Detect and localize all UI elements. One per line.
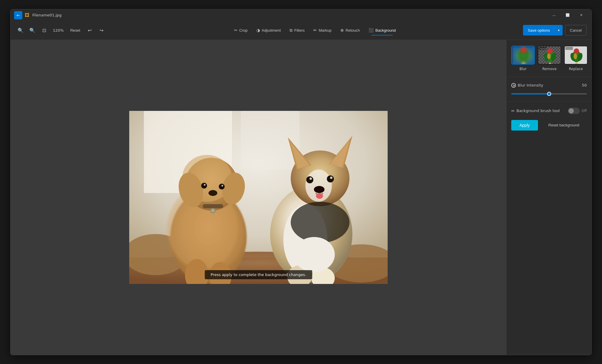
svg-point-44 <box>520 47 527 53</box>
svg-rect-2 <box>241 111 300 170</box>
svg-point-67 <box>574 53 577 59</box>
reset-button[interactable]: Reset <box>67 26 83 34</box>
blur-intensity-text: Blur Intensity <box>518 83 543 87</box>
brush-icon: ✏ <box>511 109 515 113</box>
background-icon: ⬛ <box>369 28 374 33</box>
svg-point-34 <box>310 177 312 180</box>
right-panel: Blur <box>506 40 591 355</box>
crop-icon: ✂ <box>234 28 238 33</box>
file-icon: 🖼 <box>25 13 30 18</box>
action-buttons: Apply Reset background <box>511 120 587 131</box>
dogs-svg <box>129 111 388 284</box>
svg-point-41 <box>294 237 335 272</box>
svg-point-14 <box>201 183 207 189</box>
blur-intensity-section: ◑ Blur Intensity 50 <box>511 83 587 96</box>
fit-button[interactable]: ⊡ <box>39 25 49 35</box>
blur-thumbnail <box>511 46 535 65</box>
slider-container <box>511 90 587 96</box>
apply-button[interactable]: Apply <box>511 120 538 131</box>
toolbar: 🔍 🔍 ⊡ 120% Reset ↩ ↪ ✂ Crop ◑ <box>11 21 591 40</box>
mode-card-remove[interactable]: Preview Remove <box>538 46 561 71</box>
markup-label: Markup <box>319 28 331 33</box>
tab-adjustment[interactable]: ◑ Adjustment <box>252 26 285 35</box>
zoom-in-icon: 🔍 <box>18 28 23 33</box>
tab-crop[interactable]: ✂ Crop <box>230 26 252 35</box>
title-bar: ← 🖼 Filename01.jpg — ⬜ ✕ <box>11 9 591 21</box>
image-container: Press apply to complete the background c… <box>129 111 388 284</box>
cancel-button[interactable]: Cancel <box>565 25 587 35</box>
toolbar-right: Save options ▾ Cancel <box>523 25 587 35</box>
replace-label: Replace <box>569 67 583 71</box>
tab-filters[interactable]: ⧉ Filters <box>285 26 309 35</box>
undo-button[interactable]: ↩ <box>84 25 95 35</box>
blur-intensity-icon: ◑ <box>511 83 516 88</box>
undo-icon: ↩ <box>88 28 92 33</box>
app-window: ← 🖼 Filename01.jpg — ⬜ ✕ 🔍 🔍 ⊡ 120% Rese… <box>10 9 592 355</box>
zoom-out-button[interactable]: 🔍 <box>27 25 38 35</box>
tab-background[interactable]: ⬛ Background <box>364 26 400 35</box>
replace-thumb-svg: Preview <box>565 46 588 65</box>
crop-label: Crop <box>239 28 248 33</box>
fit-icon: ⊡ <box>42 28 46 33</box>
adjustment-label: Adjustment <box>262 28 281 33</box>
blur-label: Blur <box>519 67 527 71</box>
window-controls: — ⬜ ✕ <box>547 11 588 20</box>
svg-point-32 <box>306 176 313 183</box>
zoom-level: 120% <box>51 27 66 34</box>
blur-intensity-row: ◑ Blur Intensity 50 <box>511 83 587 88</box>
close-button[interactable]: ✕ <box>574 11 588 20</box>
svg-text:Preview: Preview <box>566 48 573 50</box>
remove-thumb-svg: Preview <box>538 46 561 65</box>
redo-button[interactable]: ↪ <box>96 25 107 35</box>
main-content: Press apply to complete the background c… <box>11 40 591 355</box>
toggle-state-label: Off <box>581 109 587 113</box>
main-image <box>129 111 388 284</box>
svg-point-36 <box>314 186 324 193</box>
separator-1 <box>507 77 591 77</box>
svg-point-17 <box>221 185 223 187</box>
reset-background-button[interactable]: Reset background <box>541 120 587 130</box>
separator-2 <box>507 101 591 102</box>
svg-point-15 <box>219 184 225 189</box>
svg-point-58 <box>547 53 551 59</box>
restore-button[interactable]: ⬜ <box>561 11 574 20</box>
save-dropdown-button[interactable]: ▾ <box>555 25 563 35</box>
tab-retouch[interactable]: ⊕ Retouch <box>336 26 364 35</box>
back-icon: ← <box>16 13 20 18</box>
tab-markup[interactable]: ✏ Markup <box>309 26 335 35</box>
canvas-area: Press apply to complete the background c… <box>11 40 506 355</box>
svg-point-63 <box>574 48 579 54</box>
filters-icon: ⧉ <box>290 28 292 33</box>
toolbar-center: ✂ Crop ◑ Adjustment ⧉ Filters ✏ Markup ⊕… <box>108 26 522 35</box>
filename-label: Filename01.jpg <box>32 13 61 17</box>
svg-point-18 <box>208 190 217 196</box>
status-text: Press apply to complete the background c… <box>211 272 306 277</box>
replace-thumbnail: Preview <box>564 46 588 65</box>
back-button[interactable]: ← <box>14 11 22 19</box>
mode-cards: Blur <box>511 46 587 71</box>
status-bar: Press apply to complete the background c… <box>205 270 312 279</box>
brush-tool-row: ✏ Background brush tool Off <box>511 108 587 114</box>
redo-icon: ↪ <box>100 28 103 33</box>
minimize-button[interactable]: — <box>547 11 561 20</box>
mode-card-replace[interactable]: Preview Replace <box>564 46 588 71</box>
blur-intensity-label: ◑ Blur Intensity <box>511 83 543 88</box>
svg-point-23 <box>211 209 215 212</box>
zoom-in-button[interactable]: 🔍 <box>15 25 26 35</box>
svg-point-40 <box>291 202 349 243</box>
mode-card-blur[interactable]: Blur <box>511 46 535 71</box>
svg-point-35 <box>330 177 332 179</box>
svg-point-33 <box>327 175 334 182</box>
svg-point-37 <box>316 193 323 199</box>
toggle-knob <box>569 108 574 114</box>
svg-point-54 <box>547 48 553 54</box>
blur-intensity-slider[interactable] <box>511 93 587 94</box>
retouch-label: Retouch <box>346 28 360 33</box>
title-bar-left: ← 🖼 Filename01.jpg <box>14 11 547 19</box>
brush-tool-toggle[interactable] <box>568 108 580 114</box>
blur-thumb-svg <box>512 46 535 65</box>
remove-thumbnail: Preview <box>538 46 561 65</box>
brush-tool-label: ✏ Background brush tool <box>511 109 560 113</box>
adjustment-icon: ◑ <box>256 28 260 33</box>
save-button[interactable]: Save options <box>523 25 554 35</box>
